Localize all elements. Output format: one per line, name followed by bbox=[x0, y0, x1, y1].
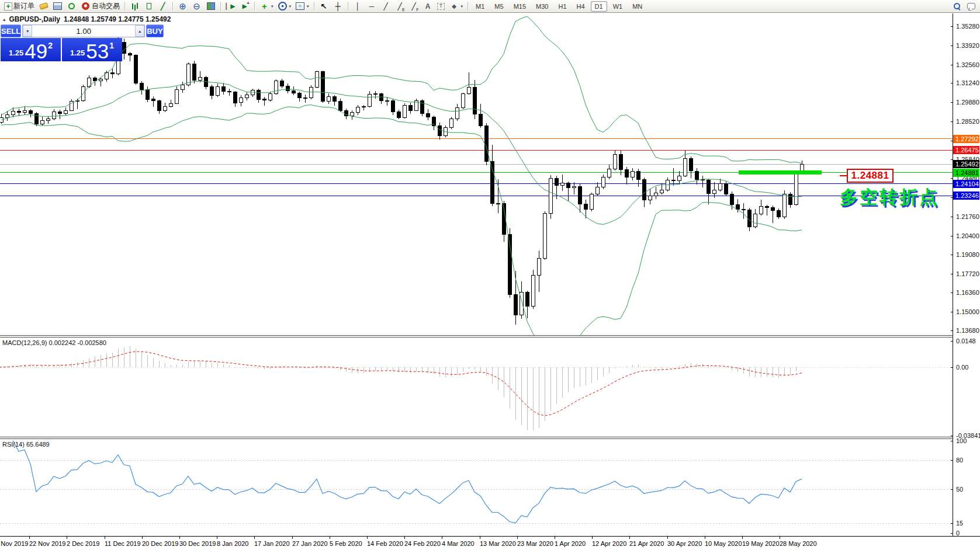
sell-price[interactable]: 1.25 49 2 bbox=[1, 38, 61, 61]
tool-profile-window[interactable] bbox=[51, 1, 64, 12]
buy-button[interactable]: BUY bbox=[146, 25, 163, 37]
toolbar-separator bbox=[124, 2, 125, 11]
price-reference-dash bbox=[840, 175, 847, 176]
timeframe-mn[interactable]: MN bbox=[628, 1, 646, 12]
axis-tick bbox=[951, 367, 953, 368]
tool-zoom-out[interactable]: ⊖ bbox=[190, 1, 203, 12]
timeframe-m5[interactable]: M5 bbox=[490, 1, 507, 12]
rsi-axis-label: 15 bbox=[956, 520, 963, 527]
rsi-axis-label: 100 bbox=[956, 437, 967, 444]
date-label: 5 Feb 2020 bbox=[330, 540, 362, 547]
date-tick bbox=[517, 537, 518, 539]
tool-horizontal-line[interactable]: ─ bbox=[365, 1, 379, 12]
axis-tick bbox=[951, 441, 953, 441]
volume-control: ▼ ▲ bbox=[22, 25, 145, 37]
price-axis-label: 1.13680 bbox=[956, 327, 979, 334]
tool-text[interactable]: A bbox=[421, 1, 435, 12]
candles-layer bbox=[0, 28, 804, 325]
volume-input[interactable] bbox=[32, 25, 135, 37]
symbol-ohlc-values: 1.24848 1.25749 1.24775 1.25492 bbox=[64, 15, 171, 23]
sell-button[interactable]: SELL bbox=[1, 25, 21, 37]
toolbar-separator bbox=[468, 2, 468, 11]
timeframe-d1[interactable]: D1 bbox=[591, 1, 607, 12]
mode-candles-icon bbox=[144, 2, 154, 11]
tool-crosshair[interactable]: ┼ bbox=[331, 1, 345, 12]
date-tick bbox=[404, 537, 405, 539]
tool-tile-windows[interactable] bbox=[204, 1, 217, 12]
axis-tick bbox=[951, 533, 953, 534]
rsi-line bbox=[13, 441, 802, 523]
auto-scroll-icon: ▶ bbox=[226, 2, 236, 11]
date-tick bbox=[592, 537, 593, 539]
buy-price-prefix: 1.25 bbox=[70, 48, 85, 57]
date-tick bbox=[667, 537, 668, 539]
tool-auto-trading[interactable]: 自动交易 bbox=[79, 1, 122, 12]
date-label: 17 Jan 2020 bbox=[254, 540, 290, 547]
tool-zoom-in[interactable]: ⊕ bbox=[176, 1, 189, 12]
date-label: 8 Jan 2020 bbox=[217, 540, 248, 547]
shapes-icon: ◆ bbox=[449, 2, 459, 11]
annotation-text: 多空转折点 bbox=[840, 185, 939, 210]
date-label: 30 Dec 2019 bbox=[179, 540, 216, 547]
macd-histogram bbox=[0, 346, 802, 430]
axis-tick bbox=[951, 330, 953, 331]
tool-chat[interactable] bbox=[964, 1, 978, 12]
text-icon: A bbox=[423, 2, 433, 11]
mode-line-icon: ╱ bbox=[158, 2, 168, 11]
price-axis-label: 1.29880 bbox=[956, 99, 979, 106]
tool-indicators[interactable]: ▾ bbox=[258, 1, 275, 12]
support-bar[interactable] bbox=[739, 170, 822, 175]
timeframe-h1[interactable]: H1 bbox=[554, 1, 570, 12]
text-label-icon: T bbox=[437, 3, 445, 10]
price-badge: 1.24881 bbox=[953, 169, 979, 177]
buy-price[interactable]: 1.25 53 1 bbox=[62, 38, 122, 61]
price-badge: 1.27292 bbox=[953, 135, 979, 143]
tool-text-label[interactable]: T bbox=[435, 1, 447, 12]
tool-auto-scroll[interactable]: ▶ bbox=[224, 1, 237, 12]
timeframe-h4[interactable]: H4 bbox=[573, 1, 589, 12]
timeframe-w1[interactable]: W1 bbox=[609, 1, 627, 12]
price-axis-label: 1.21760 bbox=[956, 213, 979, 220]
tool-chart-shift[interactable]: ▶ bbox=[238, 1, 251, 12]
tool-crayon[interactable] bbox=[37, 1, 50, 12]
tool-mode-line[interactable]: ╱ bbox=[156, 1, 169, 12]
volume-increase-button[interactable]: ▲ bbox=[135, 25, 144, 37]
buy-price-main: 53 bbox=[86, 43, 109, 60]
date-label: 10 May 2020 bbox=[705, 540, 742, 547]
time-axis[interactable]: 13 Nov 201922 Nov 20192 Dec 201911 Dec 2… bbox=[0, 536, 980, 550]
timeframe-m1[interactable]: M1 bbox=[472, 1, 489, 12]
main-plot[interactable] bbox=[0, 13, 953, 335]
tool-trendline[interactable]: ╱ bbox=[379, 1, 393, 12]
tool-signal[interactable] bbox=[65, 1, 78, 12]
axis-tick bbox=[951, 121, 953, 122]
price-axis-label: 1.28520 bbox=[956, 118, 979, 125]
tool-shapes[interactable]: ◆▾ bbox=[448, 1, 465, 12]
date-tick bbox=[367, 537, 368, 539]
price-axis[interactable]: 0.01480.00-0.03841510080501501.352801.33… bbox=[953, 13, 980, 549]
timeframe-m30[interactable]: M30 bbox=[532, 1, 552, 12]
date-tick bbox=[217, 537, 217, 539]
rsi-axis-label: 80 bbox=[956, 457, 963, 464]
axis-tick bbox=[951, 293, 953, 293]
toolbar-separator bbox=[314, 2, 314, 11]
axis-tick bbox=[951, 236, 953, 236]
symbol-title: GBPUSD-,Daily bbox=[9, 15, 60, 23]
tool-mode-bars[interactable] bbox=[128, 1, 141, 12]
tool-vertical-line[interactable]: │ bbox=[351, 1, 365, 12]
macd-label: MACD(12,26,9) 0.002242 -0.002580 bbox=[2, 339, 106, 346]
volume-decrease-button[interactable]: ▼ bbox=[23, 25, 32, 37]
tool-search[interactable] bbox=[950, 1, 964, 12]
tool-mode-candles[interactable] bbox=[142, 1, 155, 12]
date-label: 30 Apr 2020 bbox=[667, 540, 702, 547]
tool-fibo-retracement[interactable]: ╱F bbox=[407, 1, 421, 12]
tool-templates[interactable]: ▾ bbox=[293, 1, 311, 12]
price-badge: 1.26475 bbox=[953, 146, 979, 154]
tool-periods[interactable]: ▾ bbox=[276, 1, 293, 12]
timeframe-m15[interactable]: M15 bbox=[510, 1, 530, 12]
tool-cursor[interactable]: ↖ bbox=[317, 1, 331, 12]
date-tick bbox=[292, 537, 293, 539]
tool-fibo-channel[interactable]: ╱E bbox=[393, 1, 407, 12]
chevron-down-icon: ▾ bbox=[271, 4, 273, 9]
tool-new-order[interactable]: 新订单 bbox=[2, 1, 36, 12]
sell-price-pipette: 2 bbox=[48, 41, 53, 50]
